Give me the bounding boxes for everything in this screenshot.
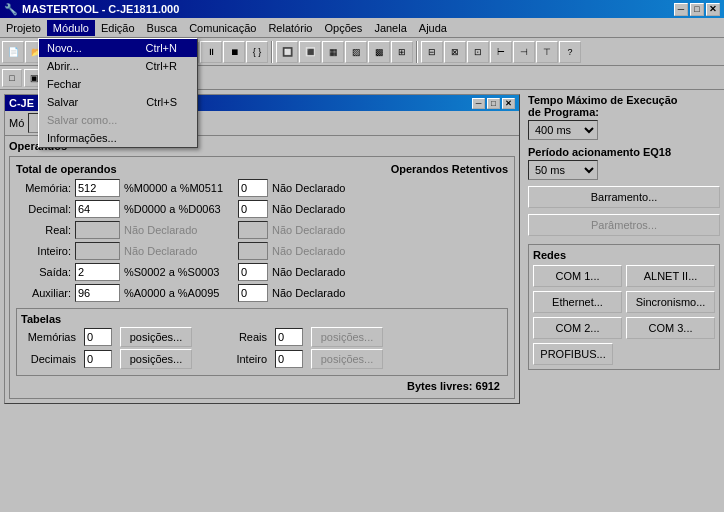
- saida-input[interactable]: [75, 263, 120, 281]
- reais-input[interactable]: [275, 328, 303, 346]
- toolbar-btn14[interactable]: ⊞: [391, 41, 413, 63]
- inteiro-table-input[interactable]: [275, 350, 303, 368]
- operandos-section: Operandos Total de operandos Operandos R…: [5, 136, 519, 403]
- real-ret-input[interactable]: [238, 221, 268, 239]
- close-button[interactable]: ✕: [706, 3, 720, 16]
- table-row: Real: Não Declarado Não Declarado: [16, 221, 508, 239]
- inteiro-table-label: Inteiro: [212, 353, 267, 365]
- toolbar-btn8[interactable]: { }: [246, 41, 268, 63]
- redes-grid: COM 1... ALNET II... Ethernet... Sincron…: [533, 265, 715, 365]
- com1-button[interactable]: COM 1...: [533, 265, 622, 287]
- toolbar2-btn1[interactable]: □: [2, 69, 22, 87]
- title-bar: 🔧 MASTERTOOL - C-JE1811.000 ─ □ ✕: [0, 0, 724, 18]
- alnet-button[interactable]: ALNET II...: [626, 265, 715, 287]
- com3-button[interactable]: COM 3...: [626, 317, 715, 339]
- barramento-button[interactable]: Barramento...: [528, 186, 720, 208]
- inteiro-ret-input[interactable]: [238, 242, 268, 260]
- memorias-posicoes-button[interactable]: posições...: [120, 327, 192, 347]
- auxiliar-input[interactable]: [75, 284, 120, 302]
- inner-maximize[interactable]: □: [487, 98, 500, 109]
- table-row: Memória: %M0000 a %M0511 Não Declarado: [16, 179, 508, 197]
- period-select-row: 50 ms 25 ms 100 ms: [528, 160, 720, 180]
- redes-section: Redes COM 1... ALNET II... Ethernet... S…: [528, 244, 720, 370]
- toolbar-btn9[interactable]: 🔲: [276, 41, 298, 63]
- menu-relatorio[interactable]: Relatório: [262, 20, 318, 36]
- exec-select-row: 400 ms 200 ms 800 ms: [528, 120, 720, 140]
- menu-projeto[interactable]: Projeto: [0, 20, 47, 36]
- dropdown-abrir[interactable]: Abrir... Ctrl+R: [39, 57, 197, 75]
- period-label: Período acionamento EQ18: [528, 146, 720, 158]
- menu-comunicacao[interactable]: Comunicação: [183, 20, 262, 36]
- toolbar-btn17[interactable]: ⊡: [467, 41, 489, 63]
- dropdown-novo[interactable]: Novo... Ctrl+N: [39, 39, 197, 57]
- toolbar-btn16[interactable]: ⊠: [444, 41, 466, 63]
- dropdown-salvar-como[interactable]: Salvar como...: [39, 111, 197, 129]
- menu-opcoes[interactable]: Opções: [318, 20, 368, 36]
- decimal-input[interactable]: [75, 200, 120, 218]
- dropdown-salvar[interactable]: Salvar Ctrl+S: [39, 93, 197, 111]
- reais-label: Reais: [212, 331, 267, 343]
- reais-row: Reais posições...: [212, 327, 383, 347]
- dropdown-informacoes[interactable]: Informações...: [39, 129, 197, 147]
- table-row: Saída: %S0002 a %S0003 Não Declarado: [16, 263, 508, 281]
- inteiro-ret-label: Não Declarado: [272, 245, 362, 257]
- toolbar-btn6[interactable]: ⏸: [200, 41, 222, 63]
- menu-busca[interactable]: Busca: [141, 20, 184, 36]
- toolbar-btn11[interactable]: ▦: [322, 41, 344, 63]
- retentivos-header: Operandos Retentivos: [391, 163, 508, 175]
- ethernet-button[interactable]: Ethernet...: [533, 291, 622, 313]
- toolbar-btn18[interactable]: ⊢: [490, 41, 512, 63]
- real-range: Não Declarado: [124, 224, 234, 236]
- auxiliar-ret-input[interactable]: [238, 284, 268, 302]
- com2-button[interactable]: COM 2...: [533, 317, 622, 339]
- bytes-livres-row: Bytes livres: 6912: [16, 376, 508, 392]
- toolbar-btn19[interactable]: ⊣: [513, 41, 535, 63]
- decimal-range: %D0000 a %D0063: [124, 203, 234, 215]
- saida-range: %S0002 a %S0003: [124, 266, 234, 278]
- memorias-input[interactable]: [84, 328, 112, 346]
- inteiro-input[interactable]: [75, 242, 120, 260]
- menu-ajuda[interactable]: Ajuda: [413, 20, 453, 36]
- right-panel: Tempo Máximo de Execuçãode Programa: 400…: [524, 90, 724, 408]
- decimal-ret-input[interactable]: [238, 200, 268, 218]
- operandos-container: Total de operandos Operandos Retentivos …: [9, 156, 515, 399]
- toolbar-btn7[interactable]: ⏹: [223, 41, 245, 63]
- reais-posicoes-button[interactable]: posições...: [311, 327, 383, 347]
- real-input[interactable]: [75, 221, 120, 239]
- toolbar-btn21[interactable]: ?: [559, 41, 581, 63]
- dropdown-fechar[interactable]: Fechar: [39, 75, 197, 93]
- toolbar-btn15[interactable]: ⊟: [421, 41, 443, 63]
- memoria-input[interactable]: [75, 179, 120, 197]
- toolbar-btn10[interactable]: 🔳: [299, 41, 321, 63]
- inner-close[interactable]: ✕: [502, 98, 515, 109]
- sincronismo-button[interactable]: Sincronismo...: [626, 291, 715, 313]
- app-icon: 🔧: [4, 3, 18, 16]
- minimize-button[interactable]: ─: [674, 3, 688, 16]
- exec-select[interactable]: 400 ms 200 ms 800 ms: [528, 120, 598, 140]
- saida-ret-input[interactable]: [238, 263, 268, 281]
- toolbar-new[interactable]: 📄: [2, 41, 24, 63]
- auxiliar-range: %A0000 a %A0095: [124, 287, 234, 299]
- menu-bar: Projeto Módulo Edição Busca Comunicação …: [0, 18, 724, 38]
- inteiro-posicoes-button[interactable]: posições...: [311, 349, 383, 369]
- maximize-button[interactable]: □: [690, 3, 704, 16]
- toolbar-sep-4: [416, 41, 418, 63]
- period-select[interactable]: 50 ms 25 ms 100 ms: [528, 160, 598, 180]
- memorias-label: Memórias: [21, 331, 76, 343]
- decimais-input[interactable]: [84, 350, 112, 368]
- memorias-row: Memórias posições...: [21, 327, 192, 347]
- menu-edicao[interactable]: Edição: [95, 20, 141, 36]
- window-title: MASTERTOOL - C-JE1811.000: [22, 3, 179, 15]
- profibus-button[interactable]: PROFIBUS...: [533, 343, 613, 365]
- memoria-ret-input[interactable]: [238, 179, 268, 197]
- toolbar-btn20[interactable]: ⊤: [536, 41, 558, 63]
- toolbar-btn13[interactable]: ▩: [368, 41, 390, 63]
- menu-janela[interactable]: Janela: [368, 20, 412, 36]
- inner-minimize[interactable]: ─: [472, 98, 485, 109]
- decimais-posicoes-button[interactable]: posições...: [120, 349, 192, 369]
- parametros-button[interactable]: Parâmetros...: [528, 214, 720, 236]
- inner-window-title: C-JE: [9, 97, 34, 109]
- memoria-label: Memória:: [16, 182, 71, 194]
- toolbar-btn12[interactable]: ▨: [345, 41, 367, 63]
- menu-modulo[interactable]: Módulo: [47, 20, 95, 36]
